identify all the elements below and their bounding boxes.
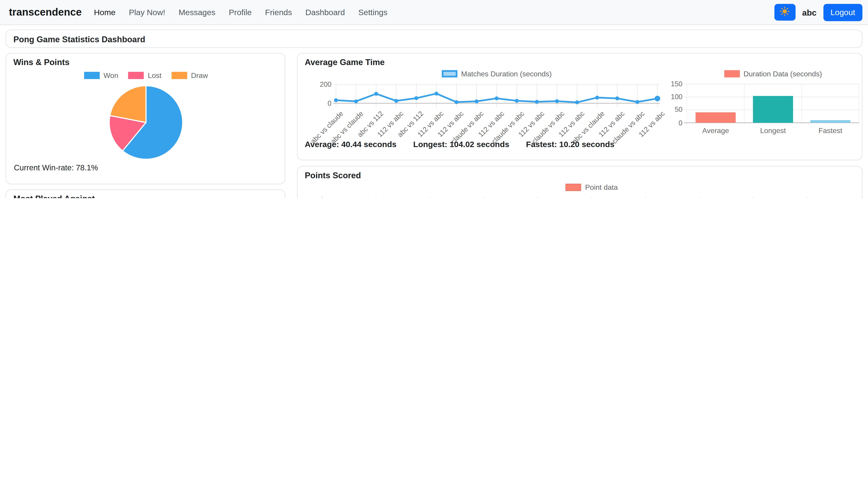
nav-item-settings[interactable]: Settings	[358, 8, 388, 17]
navbar: transcendence Home Play Now! Messages Pr…	[0, 0, 868, 25]
point-data-swatch	[565, 184, 581, 191]
wins-points-card: Wins & Points Won Lost Draw Current Win-…	[6, 53, 285, 184]
point-data-label: Point data	[585, 183, 618, 191]
lost-label: Lost	[148, 71, 162, 79]
win-rate-text: Current Win-rate: 78.1%	[14, 163, 98, 172]
stat-average: Average: 40.44 seconds	[305, 140, 397, 149]
page-header-card: Pong Game Statistics Dashboard	[6, 30, 863, 48]
legend-item-lost[interactable]: Lost	[128, 71, 162, 79]
matches-duration-label: Matches Duration (seconds)	[461, 69, 552, 78]
point-data-axis-labels: 0102030405060708090100totalmost	[298, 166, 862, 198]
page-title: Pong Game Statistics Dashboard	[13, 30, 145, 48]
nav-item-friends[interactable]: Friends	[265, 8, 292, 17]
legend-item-point-data[interactable]: Point data	[565, 183, 618, 191]
legend-item-duration-data[interactable]: Duration Data (seconds)	[724, 69, 822, 78]
bar-chart-legend: Duration Data (seconds)	[687, 69, 859, 78]
won-label: Won	[103, 71, 118, 79]
duration-data-swatch	[724, 70, 740, 77]
won-swatch	[84, 72, 100, 79]
legend-item-won[interactable]: Won	[84, 71, 119, 79]
sun-icon	[780, 7, 789, 18]
username-label: abc	[802, 7, 817, 17]
stat-longest: Longest: 104.02 seconds	[413, 140, 509, 149]
nav-item-dashboard[interactable]: Dashboard	[305, 8, 345, 17]
points-scored-title: Points Scored	[305, 170, 361, 180]
navbar-right: abc Logout	[774, 4, 862, 21]
most-played-card: Most Played Against claude 1aeeae48-1884…	[6, 189, 285, 198]
points-scored-card: Points Scored Point data 010203040506070…	[297, 166, 863, 198]
app-root: transcendence Home Play Now! Messages Pr…	[0, 0, 868, 198]
legend-item-matches-duration[interactable]: Matches Duration (seconds)	[442, 69, 552, 78]
line-chart-legend: Matches Duration (seconds)	[336, 69, 657, 78]
average-game-time-card: Average Game Time Matches Duration (seco…	[297, 53, 863, 160]
draw-swatch	[172, 72, 187, 79]
legend-item-draw[interactable]: Draw	[172, 71, 208, 79]
nav-item-messages[interactable]: Messages	[179, 8, 215, 17]
most-played-title: Most Played Against	[13, 194, 95, 198]
brand-logo[interactable]: transcendence	[9, 6, 82, 18]
duration-stats: Average: 40.44 seconds Longest: 104.02 s…	[305, 140, 614, 149]
stat-fastest: Fastest: 10.20 seconds	[526, 140, 614, 149]
point-data-legend: Point data	[322, 183, 862, 191]
nav-item-play-now[interactable]: Play Now!	[129, 8, 165, 17]
matches-duration-swatch	[442, 70, 457, 77]
wins-points-title: Wins & Points	[13, 57, 69, 67]
average-game-time-title: Average Game Time	[305, 57, 384, 67]
duration-data-label: Duration Data (seconds)	[743, 69, 822, 78]
nav-item-profile[interactable]: Profile	[229, 8, 252, 17]
logout-button[interactable]: Logout	[823, 4, 862, 21]
nav-item-home[interactable]: Home	[94, 8, 116, 17]
pie-legend: Won Lost Draw	[6, 71, 285, 79]
lost-swatch	[128, 72, 144, 79]
draw-label: Draw	[191, 71, 208, 79]
theme-toggle-button[interactable]	[774, 4, 796, 21]
point-data-chart	[298, 166, 862, 198]
nav-links: Home Play Now! Messages Profile Friends …	[94, 8, 388, 17]
